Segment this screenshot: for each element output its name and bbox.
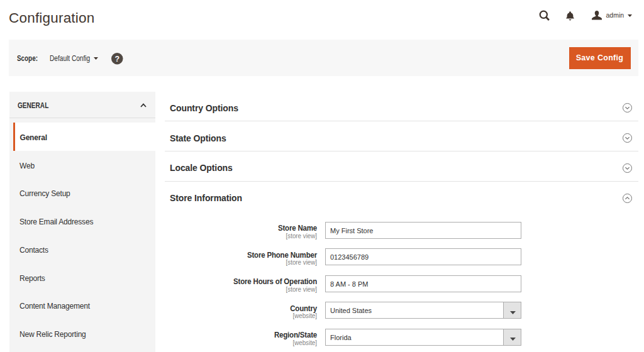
svg-text:?: ?	[114, 55, 119, 63]
